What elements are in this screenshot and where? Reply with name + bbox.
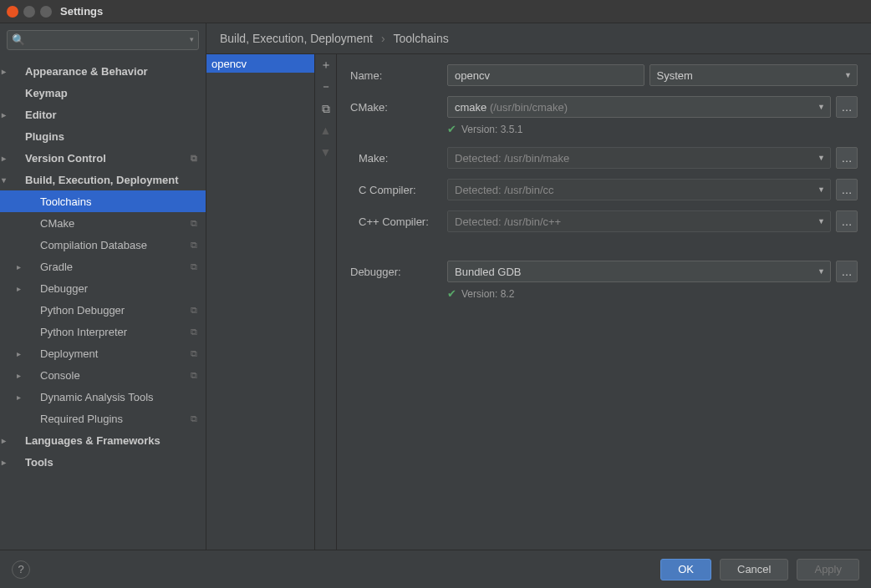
copy-button[interactable]: ⧉ <box>318 101 334 116</box>
check-icon: ✔ <box>447 123 456 135</box>
tree-item-console[interactable]: ▸Console⧉ <box>0 364 206 386</box>
tree-item-cmake[interactable]: CMake⧉ <box>0 212 206 234</box>
tree-item-dyn[interactable]: ▸Dynamic Analysis Tools <box>0 386 206 408</box>
remove-button[interactable]: － <box>318 79 334 94</box>
cmake-label: CMake: <box>350 101 447 114</box>
chevron-right-icon: ▸ <box>17 262 27 271</box>
titlebar: Settings <box>0 0 871 23</box>
cc-browse-button[interactable]: … <box>836 179 858 200</box>
settings-tree: ▸Appearance & Behavior Keymap ▸Editor Pl… <box>0 57 206 550</box>
debugger-version-text: Version: 8.2 <box>461 288 514 300</box>
debugger-version: ✔Version: 8.2 <box>447 287 858 300</box>
chevron-down-icon: ▼ <box>818 217 825 226</box>
debugger-browse-button[interactable]: … <box>836 261 858 282</box>
cmake-version-text: Version: 3.5.1 <box>461 124 522 135</box>
toolchain-type-combo[interactable]: System▼ <box>649 64 858 86</box>
tree-label: Gradle <box>40 261 73 273</box>
cxx-browse-button[interactable]: … <box>836 210 858 232</box>
tree-label: Tools <box>25 456 53 469</box>
tree-item-tools[interactable]: ▸Tools <box>0 451 206 473</box>
tree-item-debugger[interactable]: ▸Debugger <box>0 277 206 299</box>
cc-combo[interactable]: Detected: /usr/bin/cc▼ <box>447 179 831 200</box>
toolchain-form: Name: System▼ CMake: cmake (/usr/bin/cma… <box>337 54 871 550</box>
window-buttons <box>7 6 52 18</box>
breadcrumb: Build, Execution, Deployment › Toolchain… <box>206 23 871 54</box>
tree-label: Python Debugger <box>40 304 125 317</box>
cxx-combo[interactable]: Detected: /usr/bin/c++▼ <box>447 210 831 232</box>
move-down-button[interactable]: ▼ <box>318 144 334 160</box>
tree-item-pydebug[interactable]: Python Debugger⧉ <box>0 299 206 321</box>
tree-label: Languages & Frameworks <box>25 434 160 447</box>
tree-item-build[interactable]: ▾Build, Execution, Deployment <box>0 169 206 190</box>
cmake-version: ✔Version: 3.5.1 <box>447 123 858 135</box>
add-button[interactable]: ＋ <box>318 58 334 73</box>
project-icon: ⧉ <box>191 305 197 316</box>
chevron-down-icon: ▼ <box>818 103 825 111</box>
search-input[interactable] <box>7 30 199 50</box>
tree-item-toolchains[interactable]: Toolchains <box>0 190 206 212</box>
tree-item-editor[interactable]: ▸Editor <box>0 104 206 125</box>
tree-label: Deployment <box>40 347 98 360</box>
minimize-icon[interactable] <box>23 6 35 18</box>
tree-label: Keymap <box>25 87 68 99</box>
apply-button[interactable]: Apply <box>797 559 859 580</box>
cmake-combo[interactable]: cmake (/usr/bin/cmake)▼ <box>447 96 831 118</box>
cmake-browse-button[interactable]: … <box>836 96 858 118</box>
cxx-label: C++ Compiler: <box>350 215 447 228</box>
make-browse-button[interactable]: … <box>836 147 858 169</box>
toolchain-list[interactable]: opencv <box>206 54 314 550</box>
combo-value: Detected: /usr/bin/cc <box>455 184 554 196</box>
project-icon: ⧉ <box>191 348 197 359</box>
move-up-button[interactable]: ▲ <box>318 123 334 138</box>
chevron-right-icon: ▸ <box>17 284 27 293</box>
toolchain-list-panel: opencv ＋ － ⧉ ▲ ▼ <box>206 54 337 550</box>
tree-item-deployment[interactable]: ▸Deployment⧉ <box>0 342 206 364</box>
toolchain-toolbar: ＋ － ⧉ ▲ ▼ <box>314 54 336 550</box>
chevron-right-icon: › <box>381 32 385 45</box>
tree-item-keymap[interactable]: Keymap <box>0 82 206 104</box>
project-icon: ⧉ <box>191 153 197 164</box>
tree-label: Debugger <box>40 282 88 295</box>
debugger-label: Debugger: <box>350 266 447 278</box>
chevron-right-icon: ▸ <box>2 436 12 445</box>
name-input[interactable] <box>447 64 644 86</box>
combo-value: Detected: /usr/bin/c++ <box>455 215 561 228</box>
tree-label: Console <box>40 369 80 382</box>
tree-item-reqplugins[interactable]: Required Plugins⧉ <box>0 408 206 429</box>
tree-label: CMake <box>40 217 74 230</box>
project-icon: ⧉ <box>191 370 197 381</box>
tree-item-appearance[interactable]: ▸Appearance & Behavior <box>0 60 206 82</box>
project-icon: ⧉ <box>191 261 197 272</box>
toolchain-item[interactable]: opencv <box>206 54 314 73</box>
close-icon[interactable] <box>7 6 18 18</box>
cancel-button[interactable]: Cancel <box>720 559 788 580</box>
maximize-icon[interactable] <box>40 6 52 18</box>
make-combo[interactable]: Detected: /usr/bin/make▼ <box>447 147 831 169</box>
tree-item-lang[interactable]: ▸Languages & Frameworks <box>0 429 206 451</box>
chevron-right-icon: ▸ <box>2 110 12 119</box>
tree-item-pyinterp[interactable]: Python Interpreter⧉ <box>0 321 206 342</box>
chevron-right-icon: ▸ <box>17 349 27 358</box>
sidebar: 🔍 ▾ ▸Appearance & Behavior Keymap ▸Edito… <box>0 23 206 550</box>
combo-value: cmake (/usr/bin/cmake) <box>455 101 568 114</box>
project-icon: ⧉ <box>191 218 197 229</box>
cc-label: C Compiler: <box>350 184 447 196</box>
chevron-right-icon: ▸ <box>17 393 27 402</box>
tree-item-gradle[interactable]: ▸Gradle⧉ <box>0 256 206 277</box>
chevron-down-icon[interactable]: ▾ <box>190 35 194 43</box>
chevron-right-icon: ▸ <box>2 458 12 467</box>
breadcrumb-part: Build, Execution, Deployment <box>220 32 373 45</box>
ok-button[interactable]: OK <box>660 559 711 580</box>
content-pane: Build, Execution, Deployment › Toolchain… <box>206 23 871 550</box>
help-button[interactable]: ? <box>12 560 30 579</box>
tree-item-vcs[interactable]: ▸Version Control⧉ <box>0 147 206 169</box>
chevron-right-icon: ▸ <box>2 67 12 76</box>
tree-label: Version Control <box>25 152 106 165</box>
tree-label: Required Plugins <box>40 413 123 425</box>
check-icon: ✔ <box>447 287 456 300</box>
tree-label: Plugins <box>25 130 64 143</box>
breadcrumb-part: Toolchains <box>394 32 449 45</box>
debugger-combo[interactable]: Bundled GDB▼ <box>447 261 831 282</box>
tree-item-compdb[interactable]: Compilation Database⧉ <box>0 234 206 256</box>
tree-item-plugins[interactable]: Plugins <box>0 125 206 147</box>
